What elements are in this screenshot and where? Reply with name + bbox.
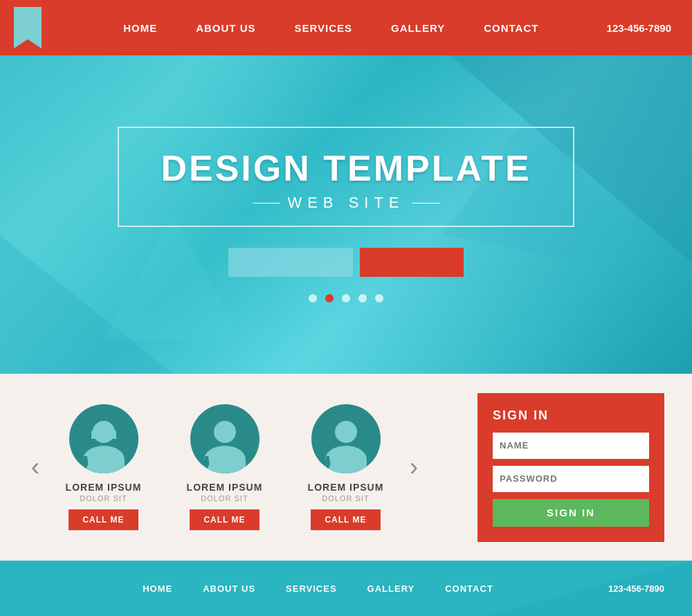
avatar-person-2 [204, 421, 246, 473]
call-btn-2[interactable]: CALL ME [190, 509, 259, 530]
nav-home[interactable]: HOME [104, 0, 176, 55]
footer-about[interactable]: ABOUT US [188, 583, 271, 594]
avatar-head-3 [335, 421, 357, 443]
hero-section: DESIGN TEMPLATE WEB SITE [0, 55, 692, 374]
footer-phone: 123-456-7890 [608, 583, 664, 594]
footer-services[interactable]: SERVICES [271, 583, 352, 594]
team-sub-3: DOLOR SIT [292, 494, 399, 502]
team-sub-1: DOLOR SIT [50, 494, 157, 502]
dot-4[interactable] [358, 294, 367, 302]
avatar-person-1 [83, 421, 125, 473]
avatar-2 [190, 404, 260, 473]
dot-3[interactable] [342, 294, 350, 302]
footer: HOME ABOUT US SERVICES GALLERY CONTACT 1… [0, 561, 692, 616]
nav-about[interactable]: ABOUT US [176, 0, 275, 55]
team-name-2: LOREM IPSUM [171, 482, 278, 493]
team-name-3: LOREM IPSUM [292, 482, 399, 493]
avatar-body-1 [83, 446, 125, 473]
avatar-tie-1 [83, 456, 89, 470]
footer-links: HOME ABOUT US SERVICES GALLERY CONTACT [28, 583, 608, 594]
dot-1[interactable] [309, 294, 317, 302]
footer-contact[interactable]: CONTACT [430, 583, 509, 594]
dot-5[interactable] [375, 294, 383, 302]
signin-box: SIGN IN SIGN IN [477, 393, 664, 542]
header-phone: 123-456-7890 [607, 22, 692, 34]
footer-home[interactable]: HOME [127, 583, 188, 594]
call-btn-1[interactable]: CALL ME [69, 509, 138, 530]
team-name-1: LOREM IPSUM [50, 482, 157, 493]
nav-contact[interactable]: CONTACT [464, 0, 558, 55]
signin-name-input[interactable] [493, 433, 649, 459]
signin-title: SIGN IN [493, 408, 649, 423]
team-cards: LOREM IPSUM DOLOR SIT CALL ME LOREM IPSU… [50, 404, 399, 530]
avatar-hair-1 [91, 426, 116, 439]
main-content: ‹ LOREM IPSUM DOLOR SIT CALL ME [0, 374, 692, 561]
hero-btn-light[interactable] [228, 248, 353, 277]
team-card-2: LOREM IPSUM DOLOR SIT CALL ME [171, 404, 278, 530]
prev-arrow-button[interactable]: ‹ [28, 455, 43, 480]
signin-button[interactable]: SIGN IN [493, 499, 649, 527]
dot-2[interactable] [325, 294, 334, 302]
call-btn-3[interactable]: CALL ME [311, 509, 380, 530]
avatar-1 [69, 404, 138, 473]
next-arrow-button[interactable]: › [406, 455, 421, 480]
team-card-1: LOREM IPSUM DOLOR SIT CALL ME [50, 404, 157, 530]
avatar-tie-3 [325, 456, 331, 470]
avatar-person-3 [325, 421, 367, 473]
bookmark-icon [14, 7, 42, 48]
team-card-3: LOREM IPSUM DOLOR SIT CALL ME [292, 404, 399, 530]
header-nav: HOME ABOUT US SERVICES GALLERY CONTACT 1… [0, 0, 692, 55]
avatar-tie-2 [204, 456, 210, 470]
hero-box: DESIGN TEMPLATE WEB SITE [118, 127, 574, 227]
hero-buttons [118, 248, 574, 277]
nav-links: HOME ABOUT US SERVICES GALLERY CONTACT [55, 0, 607, 55]
logo-bookmark [0, 0, 55, 55]
team-section: ‹ LOREM IPSUM DOLOR SIT CALL ME [28, 404, 457, 530]
hero-btn-red[interactable] [360, 248, 464, 277]
footer-gallery[interactable]: GALLERY [352, 583, 430, 594]
hero-title: DESIGN TEMPLATE [161, 149, 531, 188]
team-sub-2: DOLOR SIT [171, 494, 278, 502]
avatar-body-2 [204, 446, 246, 473]
avatar-body-3 [325, 446, 367, 473]
hero-subtitle: WEB SITE [161, 194, 531, 212]
nav-gallery[interactable]: GALLERY [372, 0, 464, 55]
hero-dots [118, 294, 574, 302]
avatar-3 [311, 404, 381, 473]
avatar-head-2 [214, 421, 236, 443]
hero-content: DESIGN TEMPLATE WEB SITE [118, 127, 574, 302]
nav-services[interactable]: SERVICES [275, 0, 372, 55]
signin-password-input[interactable] [493, 466, 649, 492]
